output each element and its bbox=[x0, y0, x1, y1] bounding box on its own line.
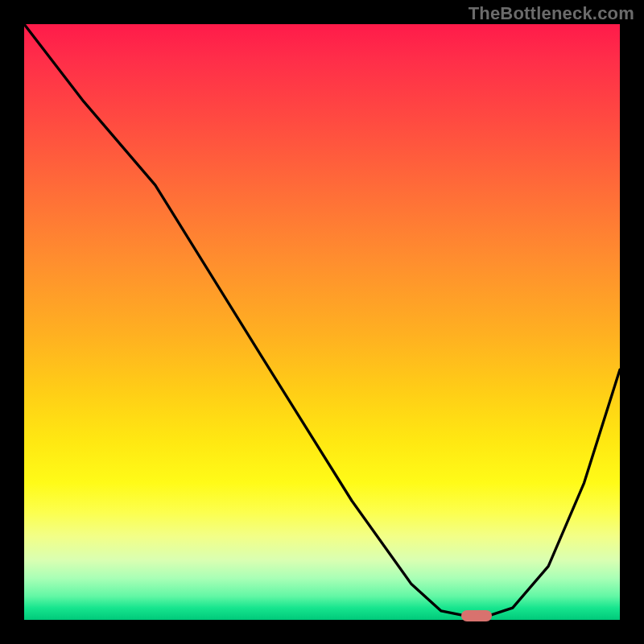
plot-area bbox=[24, 24, 620, 620]
bottleneck-curve bbox=[24, 24, 620, 616]
chart-frame: TheBottleneck.com bbox=[0, 0, 644, 644]
watermark-text: TheBottleneck.com bbox=[469, 3, 634, 24]
curve-svg bbox=[24, 24, 620, 620]
optimal-marker bbox=[461, 610, 492, 621]
